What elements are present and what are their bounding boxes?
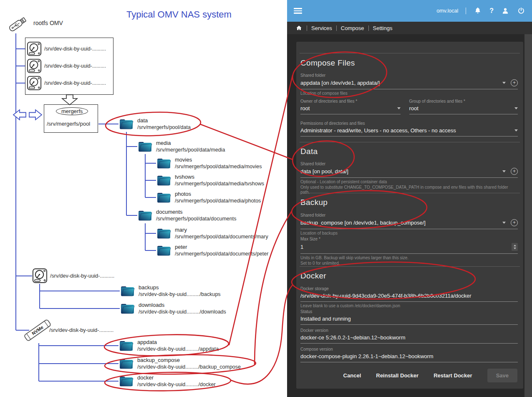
disk-path: /srv/dev-disk-by-uuid-..........: [44, 46, 106, 52]
field-hint: Optional - Location of persistent contai…: [300, 180, 518, 185]
add-icon[interactable]: +: [511, 168, 518, 175]
docker-status: Installed and running: [300, 314, 518, 325]
home-icon[interactable]: [295, 25, 303, 32]
field-label: Docker storage: [300, 286, 518, 291]
field-value: backup_compose [on /dev/vde1, backup_com…: [300, 220, 498, 226]
field-label: Max Size *: [300, 237, 518, 242]
backup-shared-folder-select[interactable]: backup_compose [on /dev/vde1, backup_com…: [300, 218, 518, 229]
field-label: Status: [300, 309, 518, 314]
divider: [300, 142, 520, 142]
divider: [300, 266, 520, 267]
field-value: root: [300, 105, 393, 111]
folder-row-backups: backups /srv/dev-disk-by-uuid........./b…: [120, 284, 221, 298]
cancel-button[interactable]: Cancel: [343, 372, 361, 379]
power-icon[interactable]: [517, 7, 525, 15]
hdd-icon: [27, 41, 42, 56]
breadcrumb-separator: [368, 25, 369, 31]
field-value: 1: [300, 244, 507, 250]
user-icon[interactable]: [501, 7, 509, 15]
field-label: Compose version: [300, 347, 518, 352]
folder-icon: [156, 157, 171, 169]
folder-row-tvshows: tvshows /srv/mergerfs/pool/data/media/tv…: [156, 174, 264, 187]
breadcrumb: Services Compose Settings: [287, 22, 532, 34]
arrows-left-right-icon: [13, 108, 43, 122]
field-hint: Set to 0 for unlimited.: [300, 261, 518, 266]
section-heading: Data: [300, 147, 518, 156]
restart-docker-button[interactable]: Restart Docker: [434, 372, 472, 379]
stepper-up-icon[interactable]: [514, 245, 516, 246]
field-value: Administrator - read/write, Users - no a…: [300, 127, 510, 134]
folder-icon: [120, 285, 135, 297]
folder-icon: [156, 244, 171, 257]
divider: [300, 53, 520, 53]
reinstall-docker-button[interactable]: Reinstall Docker: [376, 372, 419, 379]
diagram-title: Typical OMV NAS system: [126, 9, 232, 20]
chevron-down-icon: [502, 222, 506, 224]
hdd-icon: [27, 76, 42, 91]
add-icon[interactable]: +: [511, 79, 518, 86]
chevron-down-icon: [514, 129, 518, 131]
section-backup: Backup Shared folder backup_compose [on …: [300, 198, 518, 266]
bell-icon[interactable]: [474, 7, 482, 15]
field-hint: Only used to substitute CHANGE_TO_COMPOS…: [300, 185, 518, 195]
field-label: Shared folder: [300, 162, 518, 167]
folder-row-appdata: appdata /srv/dev-disk-by-uuid........./a…: [119, 339, 219, 352]
field-label: Owner of directories and files *: [300, 99, 401, 104]
shared-folder-select[interactable]: appdata [on /dev/vde1, appdata/] +: [300, 78, 518, 89]
folder-row-mary: mary /srv/mergerfs/pool/data/documents/m…: [156, 227, 268, 240]
chevron-down-icon: [502, 82, 506, 84]
rootfs-label: rootfs OMV: [33, 20, 63, 26]
field-label: Group of directories and files *: [409, 99, 518, 104]
breadcrumb-compose[interactable]: Compose: [341, 25, 364, 31]
disk-path: /srv/dev-disk-by-uuid-..........: [50, 273, 114, 279]
field-hint: Units in GB. Backup will skip volumes la…: [300, 255, 518, 260]
folder-row-data: data /srv/mergerfs/pool/data: [119, 117, 191, 131]
add-icon[interactable]: +: [511, 219, 518, 226]
field-hint: Leave blank to use a custom /etc/docker/…: [300, 303, 518, 308]
divider: [300, 193, 520, 193]
breadcrumb-services[interactable]: Services: [311, 25, 332, 31]
field-hint: Location of backups: [300, 231, 518, 236]
docker-storage-input[interactable]: /srv/dev-disk-by-uuid-9d43cda9-20e5-474f…: [300, 291, 518, 302]
field-value: appdata [on /dev/vde1, appdata/]: [300, 80, 498, 86]
stepper-down-icon[interactable]: [514, 248, 516, 249]
compose-version: docker-compose-plugin 2.26.1-1~debian.12…: [300, 352, 518, 362]
omv-webui-panel: omv.local ? Services Compose: [287, 0, 532, 397]
section-docker: Docker Docker storage /srv/dev-disk-by-u…: [300, 271, 518, 362]
folder-row-photos: photos /srv/mergerfs/pool/data/media/pho…: [156, 191, 261, 204]
disk-path: /srv/dev-disk-by-uuid-..........: [49, 327, 113, 333]
menu-icon[interactable]: [294, 8, 302, 14]
save-button[interactable]: Save: [487, 369, 517, 382]
top-bar: omv.local ?: [287, 0, 532, 22]
field-label: Permissions of directories and files: [300, 121, 518, 126]
field-value: Installed and running: [300, 316, 518, 322]
folder-icon: [156, 174, 171, 187]
breadcrumb-settings[interactable]: Settings: [373, 25, 393, 31]
number-stepper[interactable]: [512, 243, 518, 251]
mergerfs-path: /srv/mergerfs/pool: [47, 121, 90, 127]
disk-path: /srv/dev-disk-by-uuid-..........: [44, 80, 106, 86]
breadcrumb-separator: [307, 25, 307, 31]
data-shared-folder-select[interactable]: data [on pool, data/] +: [300, 167, 518, 178]
field-value: docker-compose-plugin 2.26.1-1~debian.12…: [300, 353, 518, 359]
permissions-select[interactable]: Administrator - read/write, Users - no a…: [300, 126, 518, 137]
hdd-icon: [32, 268, 48, 283]
chevron-down-icon: [502, 170, 506, 172]
field-label: Docker version: [300, 328, 518, 333]
folder-row-movies: movies /srv/mergerfs/pool/data/media/mov…: [156, 157, 262, 170]
folder-icon: [119, 339, 134, 352]
help-icon[interactable]: ?: [489, 7, 494, 15]
max-size-input[interactable]: 1: [300, 242, 518, 254]
field-value: docker-ce 5:26.0.2-1~debian.12~bookworm: [300, 334, 518, 341]
owner-select[interactable]: root: [300, 104, 401, 114]
field-label: Shared folder: [300, 213, 518, 218]
divider: [466, 8, 466, 14]
group-select[interactable]: root: [409, 104, 518, 114]
scrollbar[interactable]: [524, 34, 532, 397]
folder-icon: [138, 140, 153, 153]
folder-icon: [119, 118, 134, 130]
section-heading: Backup: [300, 198, 518, 207]
folder-row-documents: documents /srv/mergerfs/pool/data/docume…: [138, 209, 236, 222]
arrow-down-icon: [61, 94, 79, 105]
usb-stick-icon: [6, 12, 31, 36]
